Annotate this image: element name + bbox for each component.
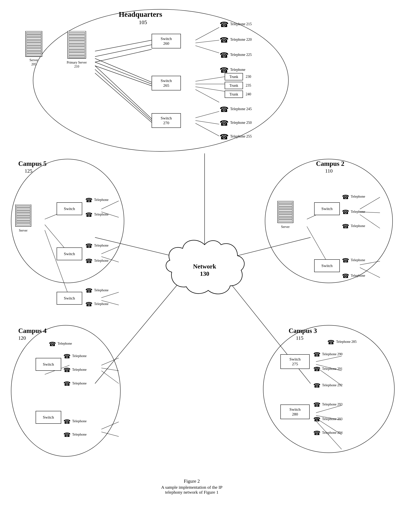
svg-rect-91 [17,221,30,223]
svg-rect-106 [279,210,292,211]
server-205-icon: Server 205 [24,31,44,68]
campus5-phone3a-icon: ☎ [85,287,93,294]
switch-280: Switch 280 [280,404,310,419]
svg-text:☎: ☎ [85,197,93,203]
trunk-230: Trunk [225,73,243,80]
campus5-switch1: Switch [57,202,82,215]
campus3-title: Campus 3 [289,327,317,335]
campus2-phone2a-icon: ☎ [342,257,350,264]
svg-text:Server: Server [30,58,38,62]
svg-rect-108 [279,215,292,217]
svg-text:☎: ☎ [342,257,349,264]
hq-number: 105 [139,19,147,25]
svg-rect-89 [17,216,30,218]
campus2-title: Campus 2 [316,160,344,167]
svg-text:☎: ☎ [85,258,93,264]
campus5-phone1b-label: Telephone [94,212,109,216]
svg-text:☎: ☎ [220,20,229,28]
phone-215-label: Telephone 215 [230,22,252,26]
campus4-phone-top-label: Telephone [57,341,72,346]
svg-text:☎: ☎ [220,119,229,127]
campus4-phone1a-icon: ☎ [63,352,71,359]
svg-rect-86 [17,208,30,210]
svg-rect-60 [27,48,41,51]
campus2-phone2b-label: Telephone [351,274,365,278]
svg-rect-105 [279,207,292,209]
svg-rect-87 [17,211,30,212]
phone-293-label: Telephone 293 [322,402,343,406]
svg-text:☎: ☎ [220,105,229,113]
diagram-container: Headquarters 105 Server 205 Primary Serv… [0,0,409,532]
figure-caption: Figure 2 A sample implementation of the … [110,478,274,495]
campus4-phone2b-icon: ☎ [63,431,71,438]
campus4-phone2b-label: Telephone [72,432,87,437]
campus4-switch2: Switch [36,411,61,424]
phone-225-icon: ☎ [219,51,229,59]
campus2-phone1b-label: Telephone [351,210,365,214]
campus5-phone3b-label: Telephone [94,302,109,306]
primary-server-210-icon: Primary Server 210 [66,31,91,73]
svg-rect-71 [69,47,85,49]
svg-rect-85 [17,205,30,207]
svg-rect-72 [69,50,85,52]
campus4-phone-top-icon: ☎ [48,340,57,347]
svg-text:☎: ☎ [342,194,349,200]
phone-292-label: Telephone 292 [322,383,343,387]
svg-text:☎: ☎ [342,273,349,279]
svg-text:☎: ☎ [220,66,229,74]
switch-270: Switch 270 [152,113,181,128]
svg-text:☎: ☎ [85,287,93,294]
campus5-phone1a-icon: ☎ [85,196,93,203]
svg-rect-110 [279,220,292,222]
svg-rect-66 [69,32,85,35]
svg-text:☎: ☎ [327,339,335,345]
campus4-phone1b-label: Telephone [72,368,87,372]
svg-text:☎: ☎ [313,401,321,408]
svg-text:☎: ☎ [342,209,349,215]
svg-rect-88 [17,213,30,215]
svg-rect-84 [16,204,31,227]
switch-265: Switch 265 [152,76,181,90]
campus2-number: 110 [325,168,333,174]
phone-294-icon: ☎ [313,415,321,422]
svg-rect-67 [69,35,85,37]
phone-250-icon: ☎ [219,119,229,127]
svg-rect-107 [279,212,292,214]
svg-text:☎: ☎ [220,51,229,59]
phone-215-icon: ☎ [219,20,229,28]
phone-220-icon: ☎ [219,36,229,44]
campus4-phone2a-label: Telephone [72,419,87,423]
svg-rect-59 [27,46,41,48]
campus2-phone2b-icon: ☎ [342,272,350,279]
svg-text:☎: ☎ [63,431,71,438]
phone-245-icon: ☎ [219,105,229,113]
phone-255-icon: ☎ [219,132,229,141]
campus4-phone1c-label: Telephone [72,381,87,385]
svg-text:☎: ☎ [63,380,71,387]
svg-line-31 [101,292,119,298]
svg-rect-92 [17,223,30,225]
svg-rect-57 [27,40,41,42]
phone-225-label: Telephone 225 [230,53,252,57]
campus5-phone1a-label: Telephone [94,198,109,202]
campus5-switch2: Switch [57,248,82,260]
phone-293-icon: ☎ [313,401,321,408]
phone-295-icon: ☎ [313,429,321,436]
campus2-server-icon: Server [276,201,296,232]
svg-text:Primary Server: Primary Server [67,61,87,64]
svg-text:☎: ☎ [63,367,71,373]
svg-text:☎: ☎ [313,382,321,389]
campus4-number: 120 [18,335,26,341]
svg-rect-69 [69,41,85,43]
svg-rect-54 [27,32,41,34]
switch-260: Switch 260 [152,34,181,48]
figure-caption-line1: A sample implementation of the IP [110,485,274,490]
switch-275: Switch 275 [280,354,310,369]
campus4-switch1: Switch [36,358,61,371]
trunk-235-number: 235 [246,83,251,87]
phone-250-label: Telephone 250 [230,120,252,125]
figure-caption-line2: telephony network of Figure 1 [110,490,274,495]
campus5-switch3: Switch [57,292,82,305]
svg-text:☎: ☎ [342,223,349,229]
trunk-230-number: 230 [246,74,251,79]
